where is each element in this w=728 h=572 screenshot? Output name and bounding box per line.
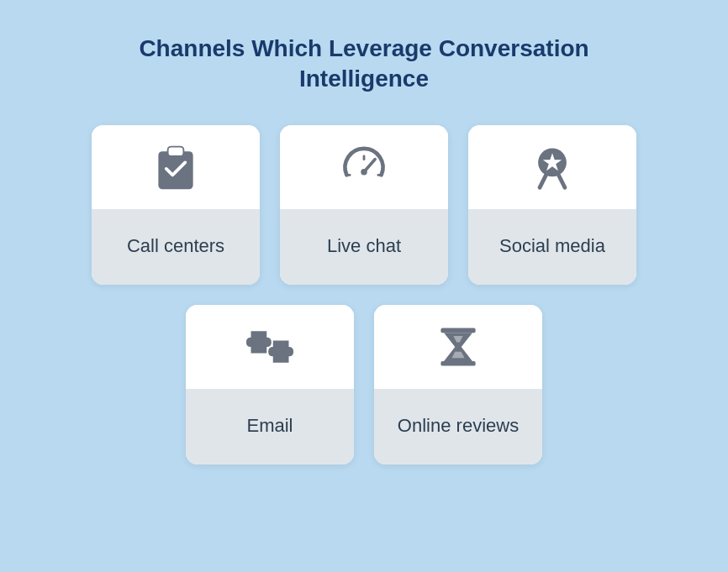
card-label-area-social-media: Social media (468, 209, 636, 285)
card-icon-area-call-centers (92, 125, 260, 209)
card-call-centers: Call centers (92, 125, 260, 285)
card-label-call-centers: Call centers (127, 234, 224, 259)
card-label-area-live-chat: Live chat (280, 209, 448, 285)
svg-point-4 (361, 169, 367, 176)
card-label-area-email: Email (186, 389, 354, 464)
card-label-area-online-reviews: Online reviews (374, 389, 542, 464)
card-label-online-reviews: Online reviews (398, 414, 519, 438)
speedometer-icon (339, 142, 389, 192)
card-label-email: Email (246, 414, 293, 438)
card-label-social-media: Social media (499, 234, 605, 259)
svg-rect-13 (440, 361, 475, 366)
card-icon-area-online-reviews (374, 305, 542, 389)
svg-line-11 (559, 175, 566, 187)
card-email: Email (186, 305, 354, 464)
top-card-row: Call centers Live chat (92, 125, 636, 285)
clipboard-check-icon (150, 142, 201, 192)
card-icon-area-email (186, 305, 354, 389)
svg-rect-12 (440, 328, 475, 333)
card-icon-area-live-chat (280, 125, 448, 209)
svg-rect-2 (168, 146, 184, 155)
award-icon (527, 142, 578, 192)
card-online-reviews: Online reviews (374, 305, 542, 464)
bottom-card-row: Email Online reviews (186, 305, 542, 464)
card-social-media: Social media (468, 125, 636, 285)
card-live-chat: Live chat (280, 125, 448, 285)
card-label-area-call-centers: Call centers (92, 209, 260, 285)
card-label-live-chat: Live chat (327, 234, 401, 259)
page-title: Channels Which Leverage Conversation Int… (112, 34, 616, 95)
svg-line-10 (540, 175, 546, 187)
hourglass-icon (433, 322, 483, 372)
puzzle-icon (245, 322, 295, 372)
card-icon-area-social-media (468, 125, 636, 209)
